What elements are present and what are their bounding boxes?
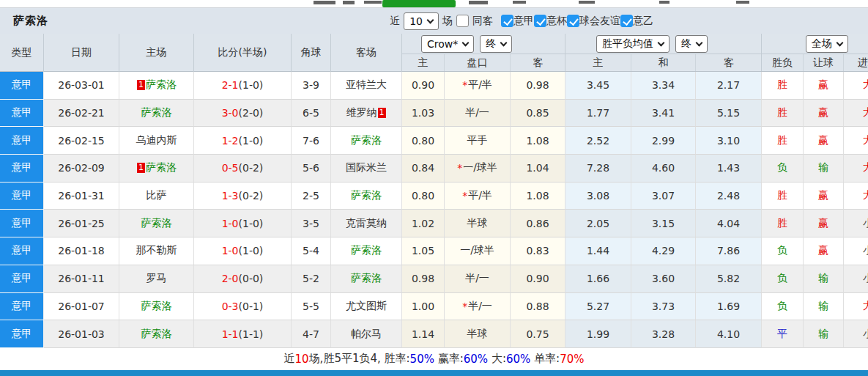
match-score: 3-0(2-0): [194, 100, 292, 128]
league-checkbox-label: 意甲: [513, 15, 534, 28]
fulltime-score: 2-1: [222, 79, 239, 91]
halftime-score: (0-0): [239, 273, 264, 284]
handicap-value: 半/一: [468, 300, 492, 313]
clipped-text-fragment: [343, 1, 355, 4]
corner-score: 5-4: [292, 237, 331, 265]
corner-score: 5-6: [292, 155, 331, 183]
result-wdl: 负: [762, 265, 804, 293]
match-score: 1-3(0-2): [194, 183, 292, 210]
clipped-text-fragment: [469, 1, 488, 4]
page-title: 萨索洛: [13, 14, 48, 28]
odds-away: 0.75: [511, 320, 565, 348]
league-badge: 意甲: [0, 127, 44, 155]
subcol-avg-away: 客: [696, 54, 762, 71]
odds-home: 1.05: [402, 237, 445, 265]
result-wdl: 胜: [762, 72, 804, 100]
result-goals: 大: [844, 100, 868, 128]
odds-home: 1.02: [402, 210, 445, 237]
corner-score: 2-5: [292, 183, 331, 210]
clipped-text-fragment: [364, 1, 382, 4]
odds-home: 1.03: [402, 100, 445, 128]
col-header-home: 主场: [119, 34, 194, 72]
odds-handicap: *一/球半: [445, 155, 511, 183]
same-away-checkbox[interactable]: [456, 15, 469, 27]
team-name: 帕尔马: [351, 328, 382, 341]
avg-odds-group: 胜平负均值 终 主 和 客: [565, 34, 762, 71]
league-checkbox[interactable]: [534, 15, 546, 27]
away-team: 克雷莫纳: [331, 210, 402, 237]
col-header-corner: 角球: [292, 34, 331, 72]
team-name: 那不勒斯: [136, 244, 177, 257]
subcol-odds-home: 主: [402, 54, 445, 71]
odds-stage-select-1[interactable]: 终: [480, 35, 512, 53]
col-header-type: 类型: [0, 34, 44, 72]
match-date: 26-01-25: [44, 210, 119, 237]
league-filter-list: 意甲意杯球会友谊意乙: [501, 15, 653, 28]
league-badge: 意甲: [0, 183, 44, 210]
team-name: 萨索洛: [146, 78, 177, 92]
match-date: 26-02-21: [44, 100, 119, 128]
result-wdl: 负: [762, 237, 804, 265]
star-marker: *: [462, 190, 467, 202]
match-date: 26-03-01: [44, 72, 119, 100]
match-score: 1-1(1-1): [194, 320, 292, 348]
result-goals: 小: [844, 320, 868, 348]
halftime-score: (0-2): [239, 190, 264, 202]
corner-score: 5-5: [292, 293, 331, 321]
result-goals: 大: [844, 293, 868, 321]
fulltime-score: 1-2: [222, 135, 239, 147]
odds-away: 0.86: [511, 210, 565, 237]
avg-home: 3.08: [565, 183, 631, 210]
summary-footer: 近10场,胜5平1负4, 胜率:50% 赢率:60% 大:60% 单率:70%: [0, 348, 868, 370]
match-date: 26-01-03: [44, 320, 119, 348]
result-wdl: 胜: [762, 100, 804, 128]
recent-count-select[interactable]: 10: [404, 12, 439, 30]
avg-draw: 4.29: [631, 237, 696, 265]
avg-home: 2.52: [565, 127, 631, 155]
table-header: 类型 日期 主场 比分(半场) 角球 客场 Crow* 终 主 盘口 客 胜平负…: [0, 34, 868, 72]
star-marker: *: [462, 79, 467, 91]
chevron-down-icon: [427, 16, 434, 23]
result-goals: 小: [844, 237, 868, 265]
league-checkbox[interactable]: [620, 15, 633, 27]
result-handicap: 赢: [804, 210, 844, 237]
clipped-green-button[interactable]: [382, 0, 456, 7]
result-group: 全场 胜负 让球 进球: [762, 34, 868, 71]
avg-home: 7.28: [565, 155, 631, 183]
result-handicap: 输: [804, 320, 844, 348]
league-checkbox[interactable]: [501, 15, 513, 27]
subcol-odds-away: 客: [511, 54, 565, 71]
avg-away: 5.15: [696, 100, 762, 128]
odds-stage-select-2[interactable]: 终: [675, 35, 708, 53]
league-checkbox[interactable]: [567, 15, 579, 27]
subcol-avg-home: 主: [565, 54, 631, 71]
handicap-value: 一/球半: [463, 161, 497, 174]
bookmaker-select[interactable]: Crow*: [421, 35, 474, 53]
odds-away: 0.83: [511, 237, 565, 265]
avg-home: 2.05: [565, 210, 631, 237]
team-name: 罗马: [146, 272, 167, 285]
home-team: 比萨: [119, 183, 194, 210]
home-team: 1萨索洛: [119, 72, 194, 100]
avg-metric-select[interactable]: 胜平负均值: [596, 35, 669, 53]
halftime-score: (1-0): [239, 79, 264, 91]
team-name: 萨索洛: [351, 134, 382, 147]
chevron-down-icon: [462, 39, 470, 46]
avg-away: 7.86: [696, 237, 762, 265]
filter-bar: 萨索洛 近 10 场 同客 意甲意杯球会友谊意乙: [0, 8, 868, 34]
clipped-text-fragment: [314, 1, 335, 4]
table-row: 意甲 26-01-11 罗马 2-0(0-0) 5-2 萨索洛 0.98 半/一…: [0, 265, 868, 293]
halftime-score: (0-1): [239, 301, 264, 312]
result-handicap: 输: [804, 155, 844, 183]
fulltime-select[interactable]: 全场: [806, 35, 848, 53]
handicap-value: 平手: [467, 134, 488, 147]
star-marker: *: [462, 301, 467, 312]
league-badge: 意甲: [0, 293, 44, 321]
away-team: 亚特兰大: [331, 72, 402, 100]
col-header-date: 日期: [44, 34, 119, 72]
halftime-score: (0-2): [239, 162, 264, 174]
handicap-value: 半球: [467, 217, 488, 230]
avg-draw: 4.60: [631, 155, 696, 183]
result-wdl: 胜: [762, 210, 804, 237]
league-badge: 意甲: [0, 210, 44, 237]
